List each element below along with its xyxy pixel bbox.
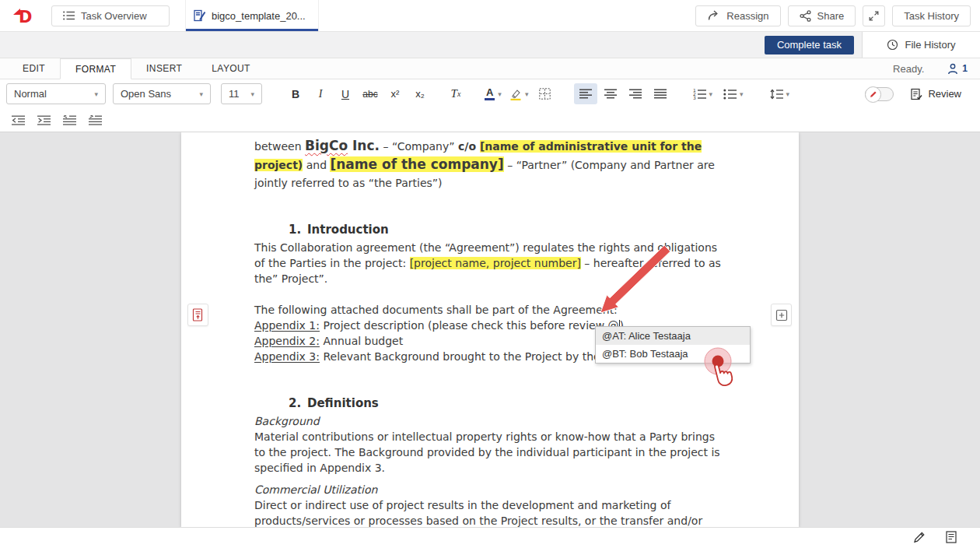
share-button[interactable]: Share (788, 5, 856, 26)
chevron-down-icon: ▾ (740, 90, 744, 98)
align-justify-icon (654, 89, 667, 99)
reassign-label: Reassign (726, 10, 768, 22)
bulleted-list-button[interactable]: ▾ (721, 83, 746, 104)
chevron-down-icon: ▾ (199, 90, 203, 98)
action-bar: Complete task File History (0, 32, 980, 58)
tab-insert[interactable]: INSERT (131, 58, 197, 79)
alignment-group (574, 83, 672, 104)
highlighted-placeholder: [name of the company] (330, 156, 503, 172)
menu-right: Ready. 1 (893, 58, 980, 79)
indent-toolbar (0, 108, 980, 132)
align-left-icon (579, 89, 592, 99)
app-logo[interactable]: D (0, 0, 48, 31)
align-justify-button[interactable] (649, 83, 672, 104)
edit-mode-button[interactable] (913, 531, 926, 546)
borders-button[interactable] (534, 83, 557, 104)
chevron-down-icon: ▾ (498, 90, 502, 98)
decrease-list-level-button[interactable] (59, 111, 80, 130)
document-flag-icon (192, 308, 204, 321)
decrease-indent-button[interactable] (8, 111, 29, 130)
mention-option-alice[interactable]: @AT: Alice Testaaja (596, 327, 750, 345)
task-overview-tab[interactable]: Task Overview (51, 5, 170, 26)
heading-definitions[interactable]: 2.Definitions (254, 395, 723, 412)
document-outline-button[interactable] (946, 531, 957, 546)
toggle-knob (865, 86, 881, 103)
task-history-button[interactable]: Task History (892, 5, 971, 26)
task-history-label: Task History (904, 10, 959, 22)
toolbar-right: Review (865, 87, 974, 101)
align-right-button[interactable] (624, 83, 647, 104)
chevron-down-icon: ▾ (250, 90, 254, 98)
collaborator-count: 1 (962, 63, 968, 74)
paragraph[interactable]: Material contributions or intellectual p… (254, 429, 723, 476)
resize-icon (869, 11, 879, 21)
share-label: Share (817, 10, 845, 22)
reassign-icon (707, 10, 720, 21)
tab-format[interactable]: FORMAT (60, 58, 131, 79)
increase-list-level-button[interactable] (85, 111, 106, 130)
italic-button[interactable]: I (309, 83, 332, 104)
font-color-button[interactable]: A ▾ (481, 83, 505, 104)
formatting-toolbar: Normal ▾ Open Sans ▾ 11 ▾ B I U abc x² x… (0, 79, 980, 108)
document-area[interactable]: between BigCo Inc. – “Company” c/o [name… (0, 132, 980, 527)
increase-list-level-icon (89, 115, 102, 125)
font-color-icon: A (485, 87, 495, 100)
numbered-list-icon: 123 (693, 89, 706, 100)
collaborators-indicator[interactable]: 1 (947, 63, 968, 75)
tab-layout[interactable]: LAYOUT (197, 58, 265, 79)
svg-text:D: D (19, 8, 32, 25)
bulleted-list-icon (723, 89, 737, 100)
chevron-down-icon: ▾ (94, 90, 98, 98)
line-spacing-icon (770, 89, 783, 100)
tab-edit[interactable]: EDIT (8, 58, 60, 79)
chevron-down-icon: ▾ (786, 90, 790, 98)
page-bookmark-button[interactable] (187, 304, 208, 326)
clear-format-t: T (451, 87, 457, 100)
align-center-icon (604, 89, 617, 99)
document-tab-label: bigco_template_20... (212, 10, 306, 22)
expand-view-button[interactable] (863, 5, 885, 26)
decrease-list-level-icon (63, 115, 76, 125)
document-tab[interactable]: bigco_template_20... (185, 0, 319, 31)
align-center-button[interactable] (599, 83, 622, 104)
paragraph[interactable]: Direct or indirect use of project result… (254, 497, 723, 527)
paragraph-intro[interactable]: between BigCo Inc. – “Company” c/o [name… (254, 137, 723, 192)
font-family-value: Open Sans (121, 88, 171, 100)
annotation-arrow (576, 234, 684, 327)
complete-task-button[interactable]: Complete task (765, 36, 854, 54)
review-icon (911, 88, 922, 100)
superscript-button[interactable]: x² (383, 83, 407, 104)
list-icon (63, 11, 75, 20)
top-bar: D Task Overview bigco_template_20... Rea… (0, 0, 980, 32)
chevron-down-icon: ▾ (709, 90, 713, 98)
paragraph-style-dropdown[interactable]: Normal ▾ (6, 83, 106, 104)
align-right-icon (629, 89, 642, 99)
align-left-button[interactable] (574, 83, 597, 104)
highlighter-icon (509, 88, 522, 100)
font-family-dropdown[interactable]: Open Sans ▾ (113, 83, 211, 104)
review-button[interactable]: Review (911, 88, 961, 100)
definition-term[interactable]: Commercial Utilization (254, 482, 723, 497)
user-icon (947, 63, 960, 75)
clear-formatting-button[interactable]: Tx (444, 83, 467, 104)
topbar-actions: Reassign Share Task History (695, 0, 980, 31)
increase-indent-button[interactable] (33, 111, 54, 130)
numbered-list-button[interactable]: 123 ▾ (691, 83, 716, 104)
paragraph-style-value: Normal (14, 88, 47, 100)
reassign-button[interactable]: Reassign (695, 5, 780, 26)
file-history-button[interactable]: File History (862, 32, 980, 58)
add-comment-button[interactable] (771, 304, 792, 326)
track-changes-toggle[interactable] (865, 87, 894, 101)
line-spacing-button[interactable]: ▾ (768, 83, 793, 104)
subscript-button[interactable]: x₂ (408, 83, 432, 104)
complete-task-label: Complete task (777, 39, 842, 51)
bold-button[interactable]: B (284, 83, 307, 104)
font-size-dropdown[interactable]: 11 ▾ (221, 83, 262, 104)
svg-text:3: 3 (693, 95, 696, 100)
bottom-bar (0, 527, 980, 548)
strikethrough-button[interactable]: abc (359, 83, 382, 104)
highlight-color-button[interactable]: ▾ (507, 83, 531, 104)
underline-button[interactable]: U (334, 83, 357, 104)
definition-term[interactable]: Background (254, 413, 723, 429)
highlighted-placeholder: [project name, project number] (410, 257, 581, 269)
